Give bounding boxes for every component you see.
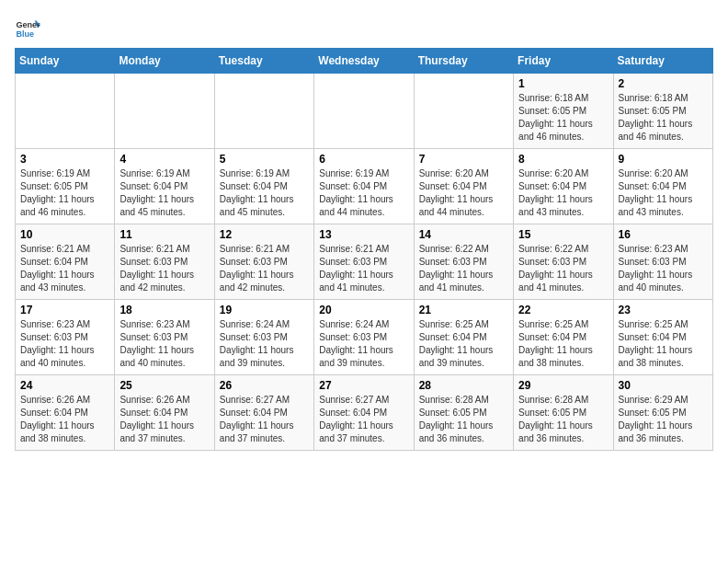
logo: General Blue	[15, 15, 44, 40]
day-number: 11	[119, 228, 209, 241]
day-number: 21	[419, 304, 508, 316]
logo-icon: General Blue	[15, 15, 40, 40]
day-info: Sunrise: 6:23 AM Sunset: 6:03 PM Dayligh…	[619, 243, 708, 294]
day-number: 10	[20, 228, 109, 241]
day-number: 23	[619, 304, 708, 316]
calendar-day-cell: 11Sunrise: 6:21 AM Sunset: 6:03 PM Dayli…	[115, 224, 214, 300]
calendar-day-cell: 26Sunrise: 6:27 AM Sunset: 6:04 PM Dayli…	[214, 375, 313, 451]
calendar-day-cell: 12Sunrise: 6:21 AM Sunset: 6:03 PM Dayli…	[214, 224, 313, 300]
calendar-day-cell: 18Sunrise: 6:23 AM Sunset: 6:03 PM Dayli…	[115, 300, 214, 375]
calendar-day-cell: 4Sunrise: 6:19 AM Sunset: 6:04 PM Daylig…	[115, 149, 214, 224]
day-of-week-header: Saturday	[613, 49, 712, 74]
calendar-day-cell: 10Sunrise: 6:21 AM Sunset: 6:04 PM Dayli…	[16, 224, 115, 300]
day-number: 3	[20, 153, 109, 166]
calendar-day-cell: 23Sunrise: 6:25 AM Sunset: 6:04 PM Dayli…	[613, 300, 712, 375]
day-info: Sunrise: 6:25 AM Sunset: 6:04 PM Dayligh…	[619, 318, 708, 370]
day-number: 5	[220, 153, 309, 166]
day-info: Sunrise: 6:20 AM Sunset: 6:04 PM Dayligh…	[518, 167, 608, 219]
day-number: 19	[220, 304, 309, 316]
svg-text:Blue: Blue	[16, 29, 34, 39]
calendar-week-row: 3Sunrise: 6:19 AM Sunset: 6:05 PM Daylig…	[16, 149, 713, 224]
calendar-day-cell: 22Sunrise: 6:25 AM Sunset: 6:04 PM Dayli…	[514, 300, 613, 375]
day-info: Sunrise: 6:24 AM Sunset: 6:03 PM Dayligh…	[319, 318, 408, 370]
day-info: Sunrise: 6:21 AM Sunset: 6:03 PM Dayligh…	[220, 243, 309, 294]
day-info: Sunrise: 6:19 AM Sunset: 6:05 PM Dayligh…	[20, 167, 109, 219]
calendar-week-row: 24Sunrise: 6:26 AM Sunset: 6:04 PM Dayli…	[16, 375, 713, 451]
day-number: 9	[619, 153, 708, 166]
calendar-day-cell: 21Sunrise: 6:25 AM Sunset: 6:04 PM Dayli…	[414, 300, 513, 375]
day-info: Sunrise: 6:28 AM Sunset: 6:05 PM Dayligh…	[518, 394, 608, 445]
calendar-day-cell: 20Sunrise: 6:24 AM Sunset: 6:03 PM Dayli…	[314, 300, 414, 375]
calendar-day-cell	[414, 74, 513, 149]
calendar-day-cell: 8Sunrise: 6:20 AM Sunset: 6:04 PM Daylig…	[514, 149, 613, 224]
day-info: Sunrise: 6:21 AM Sunset: 6:03 PM Dayligh…	[119, 243, 209, 294]
day-info: Sunrise: 6:19 AM Sunset: 6:04 PM Dayligh…	[119, 167, 209, 219]
calendar-header-row: SundayMondayTuesdayWednesdayThursdayFrid…	[16, 49, 713, 74]
day-info: Sunrise: 6:27 AM Sunset: 6:04 PM Dayligh…	[319, 394, 408, 445]
day-info: Sunrise: 6:27 AM Sunset: 6:04 PM Dayligh…	[220, 394, 309, 445]
day-info: Sunrise: 6:24 AM Sunset: 6:03 PM Dayligh…	[220, 318, 309, 370]
calendar-day-cell: 16Sunrise: 6:23 AM Sunset: 6:03 PM Dayli…	[613, 224, 712, 300]
day-info: Sunrise: 6:29 AM Sunset: 6:05 PM Dayligh…	[619, 394, 708, 445]
calendar-day-cell: 19Sunrise: 6:24 AM Sunset: 6:03 PM Dayli…	[214, 300, 313, 375]
page-header: General Blue	[15, 15, 713, 40]
day-info: Sunrise: 6:20 AM Sunset: 6:04 PM Dayligh…	[619, 167, 708, 219]
day-number: 26	[220, 379, 309, 392]
calendar: SundayMondayTuesdayWednesdayThursdayFrid…	[15, 48, 713, 451]
day-info: Sunrise: 6:23 AM Sunset: 6:03 PM Dayligh…	[20, 318, 109, 370]
day-of-week-header: Sunday	[16, 49, 115, 74]
day-info: Sunrise: 6:26 AM Sunset: 6:04 PM Dayligh…	[119, 394, 209, 445]
day-number: 18	[119, 304, 209, 316]
day-number: 25	[119, 379, 209, 392]
calendar-day-cell	[214, 74, 313, 149]
day-number: 22	[518, 304, 608, 316]
day-number: 17	[20, 304, 109, 316]
day-number: 6	[319, 153, 408, 166]
day-number: 27	[319, 379, 408, 392]
calendar-day-cell	[16, 74, 115, 149]
day-number: 28	[419, 379, 508, 392]
day-info: Sunrise: 6:21 AM Sunset: 6:04 PM Dayligh…	[20, 243, 109, 294]
day-of-week-header: Thursday	[414, 49, 513, 74]
calendar-day-cell: 3Sunrise: 6:19 AM Sunset: 6:05 PM Daylig…	[16, 149, 115, 224]
calendar-week-row: 17Sunrise: 6:23 AM Sunset: 6:03 PM Dayli…	[16, 300, 713, 375]
day-info: Sunrise: 6:23 AM Sunset: 6:03 PM Dayligh…	[119, 318, 209, 370]
calendar-day-cell: 24Sunrise: 6:26 AM Sunset: 6:04 PM Dayli…	[16, 375, 115, 451]
calendar-day-cell: 28Sunrise: 6:28 AM Sunset: 6:05 PM Dayli…	[414, 375, 513, 451]
day-info: Sunrise: 6:22 AM Sunset: 6:03 PM Dayligh…	[419, 243, 508, 294]
day-number: 4	[119, 153, 209, 166]
day-of-week-header: Monday	[115, 49, 214, 74]
calendar-day-cell: 5Sunrise: 6:19 AM Sunset: 6:04 PM Daylig…	[214, 149, 313, 224]
day-info: Sunrise: 6:20 AM Sunset: 6:04 PM Dayligh…	[419, 167, 508, 219]
calendar-week-row: 1Sunrise: 6:18 AM Sunset: 6:05 PM Daylig…	[16, 74, 713, 149]
calendar-day-cell: 17Sunrise: 6:23 AM Sunset: 6:03 PM Dayli…	[16, 300, 115, 375]
calendar-day-cell: 29Sunrise: 6:28 AM Sunset: 6:05 PM Dayli…	[514, 375, 613, 451]
day-info: Sunrise: 6:18 AM Sunset: 6:05 PM Dayligh…	[619, 92, 708, 144]
day-number: 15	[518, 228, 608, 241]
day-number: 20	[319, 304, 408, 316]
calendar-week-row: 10Sunrise: 6:21 AM Sunset: 6:04 PM Dayli…	[16, 224, 713, 300]
day-info: Sunrise: 6:26 AM Sunset: 6:04 PM Dayligh…	[20, 394, 109, 445]
calendar-day-cell: 25Sunrise: 6:26 AM Sunset: 6:04 PM Dayli…	[115, 375, 214, 451]
day-number: 8	[518, 153, 608, 166]
day-number: 16	[619, 228, 708, 241]
day-number: 24	[20, 379, 109, 392]
day-info: Sunrise: 6:19 AM Sunset: 6:04 PM Dayligh…	[220, 167, 309, 219]
calendar-day-cell: 9Sunrise: 6:20 AM Sunset: 6:04 PM Daylig…	[613, 149, 712, 224]
day-info: Sunrise: 6:25 AM Sunset: 6:04 PM Dayligh…	[419, 318, 508, 370]
calendar-day-cell: 15Sunrise: 6:22 AM Sunset: 6:03 PM Dayli…	[514, 224, 613, 300]
calendar-day-cell: 1Sunrise: 6:18 AM Sunset: 6:05 PM Daylig…	[514, 74, 613, 149]
day-number: 30	[619, 379, 708, 392]
day-number: 13	[319, 228, 408, 241]
calendar-day-cell: 6Sunrise: 6:19 AM Sunset: 6:04 PM Daylig…	[314, 149, 414, 224]
calendar-day-cell: 30Sunrise: 6:29 AM Sunset: 6:05 PM Dayli…	[613, 375, 712, 451]
day-number: 14	[419, 228, 508, 241]
day-info: Sunrise: 6:18 AM Sunset: 6:05 PM Dayligh…	[518, 92, 608, 144]
calendar-day-cell: 13Sunrise: 6:21 AM Sunset: 6:03 PM Dayli…	[314, 224, 414, 300]
day-number: 1	[518, 77, 608, 90]
day-number: 29	[518, 379, 608, 392]
day-info: Sunrise: 6:19 AM Sunset: 6:04 PM Dayligh…	[319, 167, 408, 219]
calendar-day-cell: 14Sunrise: 6:22 AM Sunset: 6:03 PM Dayli…	[414, 224, 513, 300]
day-info: Sunrise: 6:28 AM Sunset: 6:05 PM Dayligh…	[419, 394, 508, 445]
calendar-day-cell	[115, 74, 214, 149]
